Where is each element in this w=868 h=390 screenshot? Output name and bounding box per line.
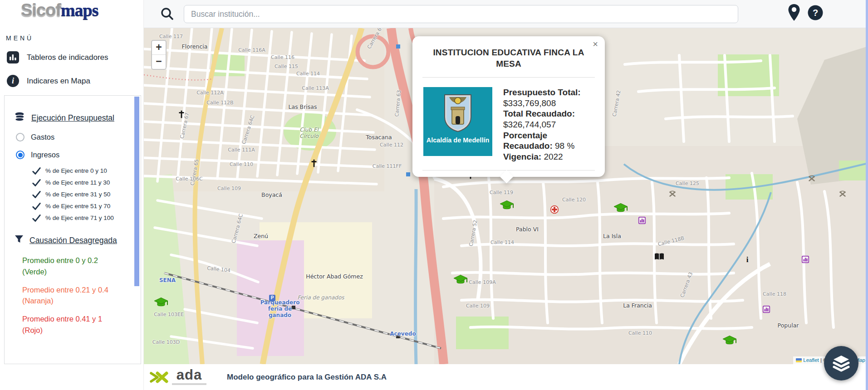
location-pin-icon[interactable] <box>787 4 801 24</box>
popup-field: Total Recaudado: $326,744,057 <box>503 108 594 130</box>
field-value: 98 % <box>555 141 574 151</box>
mine-marker-icon[interactable] <box>669 191 677 200</box>
info-marker-icon[interactable]: i <box>745 256 750 263</box>
medellin-crest-icon <box>443 93 473 132</box>
section-causacion-desagregada: Causación Desagregada <box>15 235 141 246</box>
ukraine-flag-icon <box>796 358 802 362</box>
layers-icon <box>832 355 851 372</box>
radio-option[interactable]: Gastos <box>16 133 141 141</box>
dashboard-marker-icon[interactable] <box>763 306 770 315</box>
search-input[interactable] <box>184 5 738 23</box>
exec-range-filter[interactable]: % de Ejec entre 71 y 100 <box>32 214 141 222</box>
field-value: 2022 <box>544 152 563 161</box>
page-scrollbar[interactable] <box>866 0 868 390</box>
legend-item: Promedio entre 0 y 0.2 (Verde) <box>22 255 118 278</box>
field-value: $326,744,057 <box>503 120 556 129</box>
exec-range-filter[interactable]: % de Ejec entre 51 y 70 <box>32 202 141 210</box>
sidebar-item-tableros[interactable]: Tableros de indicadores <box>7 51 108 63</box>
book-marker-icon[interactable] <box>654 253 665 263</box>
school-marker-icon[interactable] <box>453 275 468 288</box>
exec-range-filter[interactable]: % de Ejec entre 0 y 10 <box>32 166 141 175</box>
school-marker-icon[interactable] <box>500 200 514 214</box>
popup-field: Presupuesto Total: $333,769,808 <box>503 87 594 108</box>
zoom-in-button[interactable]: + <box>152 41 166 55</box>
radio-icon[interactable] <box>16 151 25 159</box>
filter-icon <box>15 235 24 246</box>
app-root: Sicofmaps MENÚ Tableros de indicadores i… <box>0 0 868 390</box>
ada-logo: ada <box>150 369 206 385</box>
radio-label: Ingresos <box>31 151 59 159</box>
footer-text: Modelo geográfico para la Gestión ADA S.… <box>227 373 387 382</box>
radio-icon[interactable] <box>16 133 25 141</box>
church-marker-icon[interactable] <box>179 111 185 120</box>
search-icon <box>160 7 174 22</box>
check-icon <box>32 178 41 187</box>
sidebar-item-label: Tableros de indicadores <box>27 53 108 62</box>
institution-image: Alcaldía de Medellín <box>423 87 492 156</box>
topbar: ? <box>144 0 868 28</box>
field-value: $333,769,808 <box>503 98 556 108</box>
filter-label: % de Ejec entre 51 y 70 <box>45 203 110 210</box>
info-icon: i <box>7 75 19 87</box>
exec-range-filter[interactable]: % de Ejec entre 11 y 30 <box>32 178 141 187</box>
field-label: Total Recaudado: <box>503 109 575 118</box>
causacion-legend: Promedio entre 0 y 0.2 (Verde)Promedio e… <box>22 255 118 336</box>
ada-glyph-icon <box>150 370 170 385</box>
ada-logo-text: ada <box>177 369 202 381</box>
field-label: Vigencia: <box>503 152 541 161</box>
school-marker-icon[interactable] <box>722 336 737 349</box>
footer: ada Modelo geográfico para la Gestión AD… <box>144 364 868 390</box>
menu-label: MENÚ <box>6 34 34 42</box>
ada-logo-tagline <box>172 383 206 385</box>
map-popup: × INSTITUCION EDUCATIVA FINCA LA MESA <box>412 36 605 177</box>
field-label: Porcentaje Recaudado: <box>503 131 553 151</box>
popup-close-button[interactable]: × <box>593 39 598 49</box>
church-marker-icon[interactable] <box>311 160 317 169</box>
app-logo[interactable]: Sicofmaps <box>21 1 98 20</box>
filter-label: % de Ejec entre 31 y 50 <box>45 191 110 198</box>
check-icon <box>32 214 41 222</box>
causacion-desagregada-link[interactable]: Causación Desagregada <box>29 236 117 245</box>
map-canvas[interactable]: Calle 117FlorenciaCalle 116ACalle 116Cal… <box>144 28 868 364</box>
zoom-control: + − <box>151 40 167 70</box>
sidebar-item-indicadores-mapa[interactable]: i Indicares en Mapa <box>7 75 90 87</box>
radio-label: Gastos <box>31 133 54 141</box>
school-marker-icon[interactable] <box>613 203 628 216</box>
leaflet-link[interactable]: Leaflet <box>803 357 819 363</box>
field-label: Presupuesto Total: <box>503 88 581 97</box>
bar-chart-icon <box>7 51 19 63</box>
popup-title: INSTITUCION EDUCATIVA FINCA LA MESA <box>428 47 589 69</box>
filter-label: % de Ejec entre 71 y 100 <box>45 214 114 221</box>
sidebar: Sicofmaps MENÚ Tableros de indicadores i… <box>0 0 144 390</box>
check-icon <box>32 166 41 175</box>
popup-field: Vigencia: 2022 <box>503 151 594 162</box>
parking-marker-icon[interactable]: P <box>269 295 275 301</box>
hospital-marker-icon[interactable] <box>550 205 559 216</box>
dashboard-marker-icon[interactable] <box>802 256 809 265</box>
panel-scrollbar[interactable] <box>134 97 139 286</box>
radio-option[interactable]: Ingresos <box>16 151 141 159</box>
logo-part-sicof: Sicof <box>21 0 61 20</box>
exec-range-list: % de Ejec entre 0 y 10% de Ejec entre 11… <box>32 166 141 222</box>
layers-button[interactable] <box>824 346 858 380</box>
check-icon <box>32 202 41 210</box>
image-caption: Alcaldía de Medellín <box>423 136 492 144</box>
section-ejecucion-presupuestal: Ejecución Presupuestal <box>15 112 141 124</box>
filters-panel: Ejecución Presupuestal GastosIngresos % … <box>4 95 141 364</box>
mine-marker-icon[interactable] <box>839 191 847 200</box>
mine-marker-icon[interactable] <box>808 176 816 184</box>
ejecucion-presupuestal-link[interactable]: Ejecución Presupuestal <box>31 113 114 123</box>
coins-icon <box>15 112 25 124</box>
filter-label: % de Ejec entre 11 y 30 <box>45 179 110 186</box>
radio-group: GastosIngresos <box>5 133 141 159</box>
filter-label: % de Ejec entre 0 y 10 <box>45 167 107 174</box>
help-icon[interactable]: ? <box>807 5 824 23</box>
legend-item: Promedio entre 0.21 y 0.4 (Naranja) <box>22 284 118 307</box>
main-area: ? <box>144 0 868 390</box>
exec-range-filter[interactable]: % de Ejec entre 31 y 50 <box>32 190 141 199</box>
dashboard-marker-icon[interactable] <box>638 217 646 226</box>
school-marker-icon[interactable] <box>154 297 168 311</box>
logo-part-maps: maps <box>61 0 98 20</box>
check-icon <box>32 190 41 199</box>
zoom-out-button[interactable]: − <box>152 55 166 69</box>
